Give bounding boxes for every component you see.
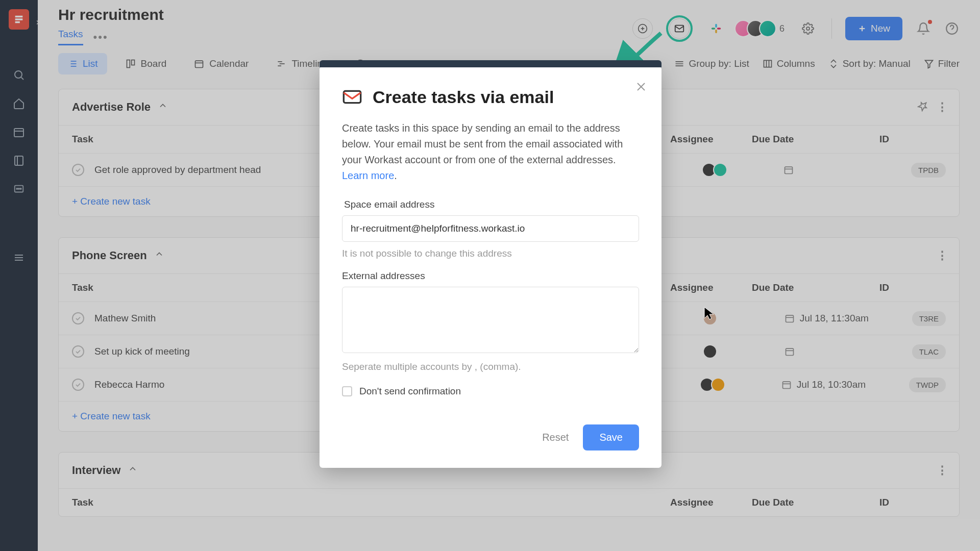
external-addresses-input[interactable] <box>342 287 639 353</box>
dont-send-checkbox[interactable] <box>342 386 352 396</box>
space-email-hint: It is not possible to change this addres… <box>342 248 639 259</box>
close-icon[interactable] <box>635 81 647 95</box>
svg-rect-53 <box>344 91 360 103</box>
reset-button[interactable]: Reset <box>542 432 569 443</box>
modal-description: Create tasks in this space by sending an… <box>342 120 639 184</box>
external-addresses-label: External addresses <box>342 270 639 282</box>
dont-send-label: Don't send confirmation <box>359 386 461 397</box>
space-email-label: Space email address <box>344 199 639 210</box>
learn-more-link[interactable]: Learn more <box>342 170 394 181</box>
envelope-icon <box>342 87 362 107</box>
external-addresses-hint: Seperate multiple accounts by , (comma). <box>342 361 639 372</box>
space-email-input[interactable] <box>342 215 639 242</box>
email-modal: Create tasks via email Create tasks in t… <box>320 66 662 468</box>
modal-title: Create tasks via email <box>373 87 554 107</box>
save-button[interactable]: Save <box>583 424 639 450</box>
modal-top-bar <box>320 60 662 67</box>
